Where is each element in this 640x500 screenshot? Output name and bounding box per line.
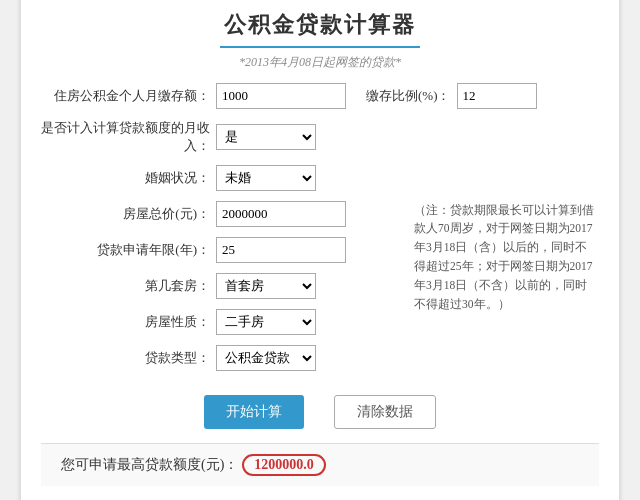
main-title: 公积金贷款计算器 <box>41 10 599 40</box>
house-type-row: 房屋性质： 二手房 新房 <box>41 309 404 335</box>
loan-years-row: 贷款申请年限(年)： <box>41 237 404 263</box>
title-section: 公积金贷款计算器 *2013年4月08日起网签的贷款* <box>41 10 599 71</box>
loan-type-label: 贷款类型： <box>41 349 216 367</box>
ratio-input[interactable] <box>457 83 537 109</box>
title-divider <box>220 46 420 48</box>
house-number-row: 第几套房： 首套房 二套房 <box>41 273 404 299</box>
monthly-income-row: 是否计入计算贷款额度的月收入： 是 否 <box>41 119 599 155</box>
marital-label: 婚姻状况： <box>41 169 216 187</box>
calculator-container: 公积金贷款计算器 *2013年4月08日起网签的贷款* 住房公积金个人月缴存额：… <box>20 0 620 500</box>
house-price-row: 房屋总价(元)： <box>41 201 404 227</box>
marital-select[interactable]: 未婚 已婚 <box>216 165 316 191</box>
house-number-select[interactable]: 首套房 二套房 <box>216 273 316 299</box>
loan-type-row: 贷款类型： 公积金贷款 商业贷款 组合贷款 <box>41 345 404 371</box>
result-value-wrapper: 1200000.0 <box>242 454 326 476</box>
house-price-label: 房屋总价(元)： <box>41 205 216 223</box>
note-box: （注：贷款期限最长可以计算到借款人70周岁，对于网签日期为2017年3月18日（… <box>414 201 599 315</box>
buttons-row: 开始计算 清除数据 <box>41 395 599 429</box>
clear-button[interactable]: 清除数据 <box>334 395 436 429</box>
monthly-income-label: 是否计入计算贷款额度的月收入： <box>41 119 216 155</box>
subtitle: *2013年4月08日起网签的贷款* <box>41 54 599 71</box>
result-value: 1200000.0 <box>254 457 314 472</box>
marital-row: 婚姻状况： 未婚 已婚 <box>41 165 599 191</box>
result-label: 您可申请最高贷款额度(元)： <box>61 456 238 474</box>
calc-button[interactable]: 开始计算 <box>204 395 304 429</box>
result-bar: 您可申请最高贷款额度(元)： 1200000.0 <box>41 443 599 486</box>
deposit-input[interactable] <box>216 83 346 109</box>
house-type-select[interactable]: 二手房 新房 <box>216 309 316 335</box>
loan-type-select[interactable]: 公积金贷款 商业贷款 组合贷款 <box>216 345 316 371</box>
loan-years-label: 贷款申请年限(年)： <box>41 241 216 259</box>
monthly-income-select[interactable]: 是 否 <box>216 124 316 150</box>
house-type-label: 房屋性质： <box>41 313 216 331</box>
ratio-label: 缴存比例(%)： <box>366 87 451 105</box>
loan-years-input[interactable] <box>216 237 346 263</box>
house-price-input[interactable] <box>216 201 346 227</box>
deposit-label: 住房公积金个人月缴存额： <box>41 87 216 105</box>
house-number-label: 第几套房： <box>41 277 216 295</box>
